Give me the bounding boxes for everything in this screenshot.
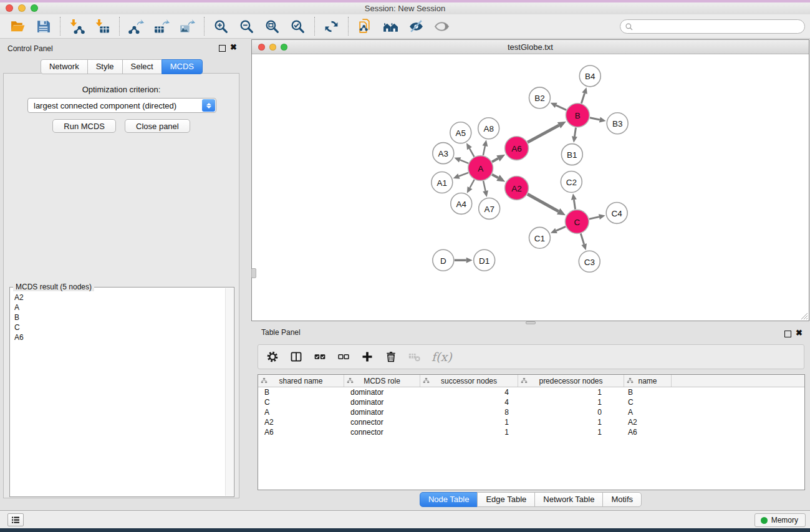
node-B3[interactable]: B3 bbox=[607, 113, 628, 134]
tab-style[interactable]: Style bbox=[87, 59, 123, 74]
tab-mcds[interactable]: MCDS bbox=[162, 59, 203, 74]
zoom-out-button[interactable] bbox=[234, 16, 259, 36]
tab-motifs[interactable]: Motifs bbox=[602, 492, 642, 507]
table-row[interactable]: A6connector11A6 bbox=[258, 427, 804, 437]
tab-node-table[interactable]: Node Table bbox=[420, 492, 478, 507]
node-A8[interactable]: A8 bbox=[478, 118, 499, 139]
criterion-dropdown[interactable]: largest connected component (directed) bbox=[27, 98, 216, 113]
run-mcds-button[interactable]: Run MCDS bbox=[52, 119, 116, 133]
tab-edge-table[interactable]: Edge Table bbox=[477, 492, 535, 507]
column-header-successor-nodes[interactable]: successor nodes bbox=[420, 375, 518, 387]
select-all-button[interactable] bbox=[313, 350, 327, 364]
table-row[interactable]: Bdominator41B bbox=[258, 387, 804, 397]
edge-A-A6[interactable] bbox=[492, 158, 498, 162]
clone-network-button[interactable] bbox=[352, 16, 378, 36]
zoom-fit-button[interactable] bbox=[259, 16, 285, 36]
node-B[interactable]: B bbox=[566, 104, 589, 127]
table-row[interactable]: Cdominator41C bbox=[258, 397, 804, 407]
mcds-result-item[interactable]: A bbox=[14, 302, 221, 312]
edge-A-A2[interactable] bbox=[492, 175, 498, 178]
edge-C-C1[interactable] bbox=[556, 226, 566, 231]
settings-gear-button[interactable] bbox=[266, 350, 279, 364]
table-row[interactable]: Adominator80A bbox=[258, 407, 804, 417]
mcds-result-item[interactable]: B bbox=[14, 312, 221, 322]
node-C1[interactable]: C1 bbox=[529, 227, 551, 248]
network-canvas[interactable]: AA1A2A3A4A5A6A7A8BB1B2B3B4CC1C2C3C4DD1 bbox=[252, 55, 809, 321]
node-B2[interactable]: B2 bbox=[529, 87, 551, 109]
zoom-selected-button[interactable] bbox=[285, 16, 311, 36]
close-panel-button2[interactable]: Close panel bbox=[125, 119, 190, 133]
node-A2[interactable]: A2 bbox=[505, 177, 529, 200]
hide-eye-button[interactable] bbox=[403, 16, 429, 36]
table-row[interactable]: A2connector11A2 bbox=[258, 417, 804, 427]
node-A1[interactable]: A1 bbox=[432, 172, 453, 193]
tab-network[interactable]: Network bbox=[41, 59, 88, 74]
edge-B-B1[interactable] bbox=[574, 128, 576, 137]
mcds-result-list[interactable]: A2ABCA6 bbox=[11, 290, 224, 496]
edge-C-C4[interactable] bbox=[589, 217, 599, 220]
show-eye-button[interactable] bbox=[429, 16, 455, 36]
column-header-name[interactable]: name bbox=[624, 375, 672, 387]
edge-A6-B[interactable] bbox=[528, 125, 559, 142]
open-file-button[interactable] bbox=[5, 16, 31, 36]
column-header-predecessor-nodes[interactable]: predecessor nodes bbox=[518, 375, 624, 387]
edge-B-B4[interactable] bbox=[581, 93, 584, 103]
export-network-button[interactable] bbox=[123, 16, 149, 36]
result-scrollbar[interactable] bbox=[225, 288, 233, 496]
mcds-result-item[interactable]: A2 bbox=[14, 293, 221, 302]
node-A4[interactable]: A4 bbox=[451, 193, 472, 214]
deselect-all-button[interactable] bbox=[337, 350, 350, 364]
node-B4[interactable]: B4 bbox=[579, 65, 600, 87]
add-column-button[interactable] bbox=[360, 350, 374, 364]
node-A3[interactable]: A3 bbox=[433, 143, 454, 164]
node-D1[interactable]: D1 bbox=[474, 249, 495, 271]
export-image-button[interactable] bbox=[175, 16, 200, 36]
delete-column-button[interactable] bbox=[384, 350, 398, 364]
edge-A2-C[interactable] bbox=[528, 194, 559, 211]
edge-A-A7[interactable] bbox=[483, 181, 485, 191]
edge-C-C2[interactable] bbox=[574, 200, 575, 209]
node-A7[interactable]: A7 bbox=[479, 198, 500, 219]
node-C4[interactable]: C4 bbox=[606, 202, 627, 223]
column-header-MCDS-role[interactable]: MCDS role bbox=[344, 375, 420, 387]
node-A[interactable]: A bbox=[468, 156, 493, 181]
edge-A-A3[interactable] bbox=[460, 160, 469, 163]
close-table-panel-button[interactable]: ✖ bbox=[796, 328, 803, 338]
edge-A-A4[interactable] bbox=[470, 180, 475, 188]
tab-select[interactable]: Select bbox=[122, 59, 162, 74]
import-table-button[interactable] bbox=[90, 16, 115, 36]
edge-B-B2[interactable] bbox=[556, 105, 566, 110]
node-A6[interactable]: A6 bbox=[505, 137, 529, 160]
edge-A-A1[interactable] bbox=[459, 173, 468, 177]
splitter-grip[interactable] bbox=[251, 268, 256, 278]
split-table-button[interactable] bbox=[289, 350, 303, 364]
tab-network-table[interactable]: Network Table bbox=[534, 492, 603, 507]
float-panel-button[interactable] bbox=[219, 45, 226, 52]
save-button[interactable] bbox=[31, 16, 56, 36]
edge-A-A8[interactable] bbox=[483, 146, 485, 155]
node-C[interactable]: C bbox=[565, 210, 589, 233]
memory-button[interactable]: Memory bbox=[755, 513, 806, 527]
edge-C-C3[interactable] bbox=[581, 233, 584, 244]
refresh-button[interactable] bbox=[319, 16, 344, 36]
mcds-result-item[interactable]: C bbox=[14, 322, 221, 332]
search-input[interactable] bbox=[636, 21, 799, 32]
close-panel-button[interactable]: ✖ bbox=[230, 42, 237, 52]
edge-A-A5[interactable] bbox=[470, 148, 475, 157]
home-button[interactable] bbox=[378, 16, 403, 36]
export-table-button[interactable] bbox=[149, 16, 175, 36]
node-D[interactable]: D bbox=[433, 249, 454, 271]
node-C2[interactable]: C2 bbox=[561, 172, 582, 193]
search-field[interactable] bbox=[620, 19, 805, 34]
network-window-titlebar[interactable]: testGlobe.txt bbox=[252, 40, 809, 54]
node-C3[interactable]: C3 bbox=[579, 251, 600, 272]
mcds-result-item[interactable]: A6 bbox=[14, 332, 221, 342]
node-A5[interactable]: A5 bbox=[450, 122, 471, 143]
task-history-button[interactable] bbox=[7, 513, 24, 526]
node-B1[interactable]: B1 bbox=[561, 144, 582, 165]
zoom-in-button[interactable] bbox=[208, 16, 234, 36]
edge-B-B3[interactable] bbox=[590, 118, 600, 120]
column-header-shared-name[interactable]: shared name bbox=[258, 375, 344, 387]
import-network-button[interactable] bbox=[64, 16, 90, 36]
resize-grip-icon[interactable] bbox=[800, 312, 808, 320]
